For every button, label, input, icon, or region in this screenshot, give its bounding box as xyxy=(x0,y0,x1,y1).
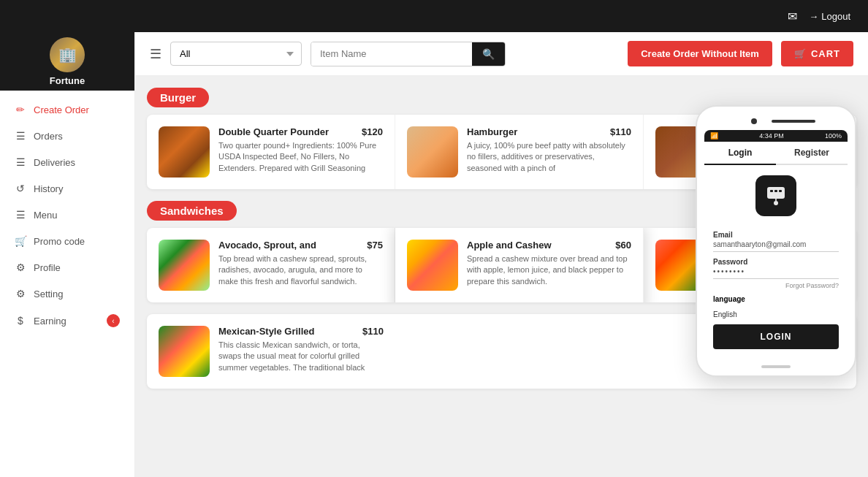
cart-icon: 🛒 xyxy=(794,48,807,59)
category-label-burger: Burger xyxy=(147,88,209,107)
home-bar xyxy=(761,365,791,368)
sidebar-item-label: Earning xyxy=(34,316,66,327)
sidebar-item-label: History xyxy=(34,183,63,194)
food-item-apple-cashew[interactable]: Apple and Cashew $60 Spread a cashew mix… xyxy=(395,228,644,302)
history-icon: ↺ xyxy=(15,183,26,194)
phone-tab-login[interactable]: Login xyxy=(704,142,776,165)
search-button[interactable]: 🔍 xyxy=(472,42,505,66)
food-image-apple-cashew xyxy=(407,240,458,291)
svg-rect-0 xyxy=(767,187,785,199)
sidebar-item-promo[interactable]: 🛒 Promo code xyxy=(0,228,134,254)
brand-logo: 🏢 xyxy=(50,37,85,72)
phone-login-button[interactable]: LOGIN xyxy=(713,324,839,349)
sidebar: 🏢 Fortune ✏ Create Order ☰ Orders ☰ Deli… xyxy=(0,32,135,477)
food-info-avocado: Avocado, Sprout, and $75 Top bread with … xyxy=(218,240,383,287)
phone-mockup: 📶 4:34 PM 100% Login Register xyxy=(696,105,856,377)
food-price: $75 xyxy=(367,240,383,251)
phone-time: 4:34 PM xyxy=(759,132,784,140)
logout-button[interactable]: → Logout xyxy=(809,11,850,22)
phone-store-icon xyxy=(755,175,796,216)
sidebar-item-earning[interactable]: $ Earning ‹ xyxy=(0,307,134,335)
food-info-mexican: Mexican-Style Grilled $110 This classic … xyxy=(218,326,384,373)
create-order-without-item-button[interactable]: Create Order Without Item xyxy=(628,41,772,66)
food-image-mexican xyxy=(159,326,210,377)
content-area: ☰ All Burgers Sandwiches Drinks Desserts… xyxy=(135,32,868,477)
orders-icon: ☰ xyxy=(15,130,26,142)
cart-button[interactable]: 🛒 CART xyxy=(781,41,853,66)
food-name: Double Quarter Pounder xyxy=(218,126,329,137)
sidebar-item-orders[interactable]: ☰ Orders xyxy=(0,123,134,149)
food-name: Apple and Cashew xyxy=(467,240,552,251)
sidebar-item-label: Promo code xyxy=(34,236,85,247)
sidebar-item-menu[interactable]: ☰ Menu xyxy=(0,202,134,228)
earning-badge: ‹ xyxy=(107,314,120,327)
search-input[interactable] xyxy=(311,42,472,66)
food-item-double-quarter[interactable]: Double Quarter Pounder $120 Two quarter … xyxy=(147,115,395,189)
food-image-avocado xyxy=(159,240,210,291)
phone-form: Email samanthaaryton@gmail.com Password … xyxy=(704,225,848,361)
brand-name: Fortune xyxy=(50,75,85,86)
deliveries-icon: ☰ xyxy=(15,156,26,168)
sidebar-item-label: Setting xyxy=(34,289,63,299)
category-label-sandwiches: Sandwiches xyxy=(147,201,237,221)
food-price: $110 xyxy=(362,326,384,337)
phone-dot xyxy=(751,118,757,124)
svg-rect-3 xyxy=(779,190,782,192)
phone-screen: 📶 4:34 PM 100% Login Register xyxy=(704,130,848,361)
svg-point-4 xyxy=(774,201,778,205)
phone-tab-register[interactable]: Register xyxy=(776,142,848,164)
food-item-hamburger[interactable]: Hamburger $110 A juicy, 100% pure beef p… xyxy=(395,115,644,189)
sidebar-nav: ✏ Create Order ☰ Orders ☰ Deliveries ↺ H… xyxy=(0,91,134,477)
password-value[interactable]: •••••••• xyxy=(713,267,839,279)
sidebar-item-label: Profile xyxy=(34,262,61,273)
sidebar-item-deliveries[interactable]: ☰ Deliveries xyxy=(0,149,134,175)
food-info-double-quarter: Double Quarter Pounder $120 Two quarter … xyxy=(218,126,383,174)
category-select[interactable]: All Burgers Sandwiches Drinks Desserts xyxy=(170,42,302,66)
sidebar-item-history[interactable]: ↺ History xyxy=(0,175,134,202)
food-price: $120 xyxy=(362,126,383,137)
sidebar-item-setting[interactable]: ⚙ Setting xyxy=(0,281,134,307)
food-name: Avocado, Sprout, and xyxy=(218,240,316,251)
phone-wifi: 📶 xyxy=(710,132,718,140)
food-desc: Spread a cashew mixture over bread and t… xyxy=(467,253,631,287)
phone-logo-area xyxy=(704,165,848,225)
food-title-row: Hamburger $110 xyxy=(467,126,631,137)
profile-icon: ⚙ xyxy=(15,262,26,273)
food-name: Mexican-Style Grilled xyxy=(218,326,315,337)
search-group: 🔍 xyxy=(311,42,506,66)
email-label: Email xyxy=(713,231,839,239)
mail-icon[interactable]: ✉ xyxy=(788,9,797,23)
earning-icon: $ xyxy=(15,315,26,327)
sidebar-logo: 🏢 Fortune xyxy=(0,32,134,91)
food-info-apple-cashew: Apple and Cashew $60 Spread a cashew mix… xyxy=(467,240,631,287)
phone-tabs: Login Register xyxy=(704,142,848,165)
setting-icon: ⚙ xyxy=(15,288,26,299)
phone-home-indicator xyxy=(704,361,848,368)
promo-icon: 🛒 xyxy=(15,235,26,247)
food-title-row: Double Quarter Pounder $120 xyxy=(218,126,383,137)
menu-toggle-button[interactable]: ☰ xyxy=(150,46,161,62)
password-label: Password xyxy=(713,258,839,266)
food-price: $60 xyxy=(615,240,631,251)
menu-icon: ☰ xyxy=(15,209,26,221)
email-value[interactable]: samanthaaryton@gmail.com xyxy=(713,240,839,252)
cart-label: CART xyxy=(811,48,840,59)
food-name: Hamburger xyxy=(467,126,517,137)
logout-icon: → xyxy=(809,11,818,22)
forgot-password[interactable]: Forgot Password? xyxy=(713,282,839,289)
phone-battery: 100% xyxy=(825,132,842,140)
create-order-icon: ✏ xyxy=(15,104,26,115)
food-item-mexican[interactable]: Mexican-Style Grilled $110 This classic … xyxy=(147,314,395,389)
svg-rect-1 xyxy=(770,190,773,192)
sidebar-item-profile[interactable]: ⚙ Profile xyxy=(0,254,134,281)
food-image-double-quarter xyxy=(159,126,210,178)
sidebar-item-label: Orders xyxy=(34,131,63,142)
logout-label: Logout xyxy=(821,11,850,22)
food-desc: This classic Mexican sandwich, or torta,… xyxy=(218,340,384,373)
food-image-hamburger xyxy=(407,126,458,178)
food-item-avocado[interactable]: Avocado, Sprout, and $75 Top bread with … xyxy=(147,228,395,302)
food-info-hamburger: Hamburger $110 A juicy, 100% pure beef p… xyxy=(467,126,631,174)
food-desc: Top bread with a cashew spread, sprouts,… xyxy=(218,253,383,287)
sidebar-item-create-order[interactable]: ✏ Create Order xyxy=(0,96,134,123)
phone-status-bar: 📶 4:34 PM 100% xyxy=(704,130,848,142)
